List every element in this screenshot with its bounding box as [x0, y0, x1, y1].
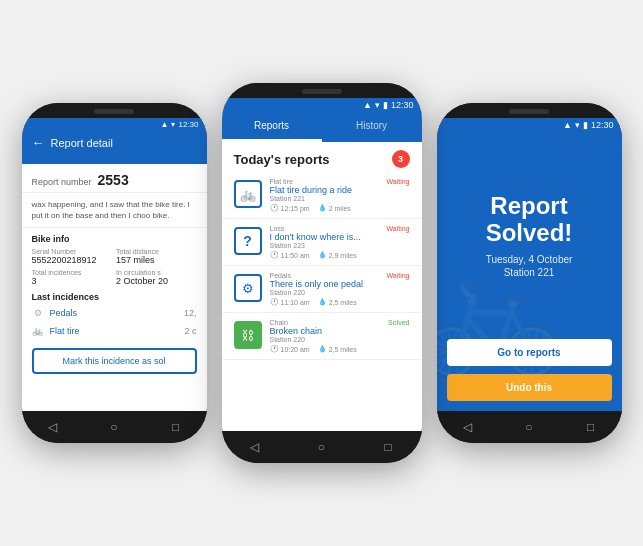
center-status-bar: ▲ ▾ ▮ 12:30	[222, 98, 422, 112]
report-detail-screen: ▲ ▾ 12:30 ← Report detail Report number …	[22, 118, 207, 411]
left-phone-top	[22, 103, 207, 118]
left-nav-home[interactable]: ○	[104, 417, 124, 437]
right-status-bar: ▲ ▾ ▮ 12:30	[437, 118, 622, 132]
flat-tire-time: 🕐12:15 pm	[270, 204, 310, 212]
chain-name: Broken chain	[270, 326, 323, 336]
left-status-bar-inner: ▲ ▾ 12:30	[22, 118, 207, 131]
mark-incidence-button[interactable]: Mark this incidence as sol	[32, 348, 197, 374]
report-item-pedals[interactable]: ⚙ Pedals There is only one pedal Station…	[222, 266, 422, 313]
clock-icon-3: 🕐	[270, 298, 279, 306]
incidence-row-flat: 🚲 Flat tire 2 c	[22, 322, 207, 340]
left-time: 12:30	[178, 120, 198, 129]
incidences-label: Total incidences	[32, 269, 113, 276]
right-nav-back[interactable]: ◁	[457, 417, 477, 437]
flat-tire-status: Waiting	[386, 178, 409, 185]
chain-icon: ⛓	[234, 321, 262, 349]
loss-icon: ?	[234, 227, 262, 255]
back-arrow-icon[interactable]: ←	[32, 135, 45, 150]
left-speaker	[94, 109, 134, 114]
flat-tire-name: Flat tire during a ride	[270, 185, 353, 195]
phone-left: ▲ ▾ 12:30 ← Report detail Report number …	[22, 103, 207, 443]
pedals-num: 12,	[184, 308, 197, 318]
pedals-meta: 🕐11:10 am 💧2,5 miles	[270, 298, 410, 306]
distance-icon-3: 💧	[318, 298, 327, 306]
distance-icon-1: 💧	[318, 204, 327, 212]
distance-icon-2: 💧	[318, 251, 327, 259]
report-detail-title: Report detail	[51, 137, 113, 149]
left-phone-bottom: ◁ ○ □	[22, 411, 207, 443]
center-phone-top	[222, 83, 422, 98]
today-reports-title: Today's reports	[234, 152, 330, 167]
loss-content: Loss I don't know where is... Station 22…	[270, 225, 410, 259]
chain-status: Solved	[388, 319, 409, 326]
center-time: 12:30	[391, 100, 414, 110]
reports-badge: 3	[392, 150, 410, 168]
left-wifi: ▾	[171, 120, 175, 129]
center-nav-recent[interactable]: □	[378, 437, 398, 457]
center-phone-bottom: ◁ ○ □	[222, 431, 422, 463]
solved-content: ReportSolved! Tuesday, 4 October Station…	[470, 132, 589, 339]
pedals-time: 🕐11:10 am	[270, 298, 310, 306]
solved-station: Station 221	[504, 267, 555, 278]
reports-screen: ▲ ▾ ▮ 12:30 Reports History Today's repo…	[222, 98, 422, 431]
center-signal: ▲	[363, 100, 372, 110]
pedals-icon-center: ⚙	[234, 274, 262, 302]
loss-station: Station 223	[270, 242, 361, 249]
pedals-status: Waiting	[386, 272, 409, 279]
right-phone-screen: ▲ ▾ ▮ 12:30 🚲 ReportSolved! Tuesday, 4 O…	[437, 118, 622, 411]
distance-icon-4: 💧	[318, 345, 327, 353]
center-nav-back[interactable]: ◁	[245, 437, 265, 457]
center-tabs: Reports History	[222, 112, 422, 142]
incidences-value: 3	[32, 276, 113, 286]
undo-button[interactable]: Undo this	[447, 374, 612, 401]
right-nav-home[interactable]: ○	[519, 417, 539, 437]
loss-status: Waiting	[386, 225, 409, 232]
pedals-distance: 💧2,5 miles	[318, 298, 357, 306]
right-wifi: ▾	[575, 120, 580, 130]
right-phone-top	[437, 103, 622, 118]
flat-tire-station: Station 221	[270, 195, 353, 202]
bike-info-title: Bike info	[22, 228, 207, 246]
chain-station: Station 220	[270, 336, 323, 343]
today-reports-header: Today's reports 3	[222, 142, 422, 172]
go-to-reports-button[interactable]: Go to reports	[447, 339, 612, 366]
total-distance-item: Total distance 157 miles	[116, 248, 197, 265]
loss-name: I don't know where is...	[270, 232, 361, 242]
report-number-row: Report number 2553	[22, 164, 207, 193]
pedals-label: Pedals	[50, 308, 178, 318]
serial-label: Serial Number	[32, 248, 113, 255]
solved-screen: ▲ ▾ ▮ 12:30 🚲 ReportSolved! Tuesday, 4 O…	[437, 118, 622, 411]
report-item-flat-tire[interactable]: 🚲 Flat tire Flat tire during a ride Stat…	[222, 172, 422, 219]
left-status-bar: ▲ ▾ 12:30 ← Report detail	[22, 118, 207, 164]
left-nav-recent[interactable]: □	[166, 417, 186, 437]
last-incidences-title: Last incidences	[22, 288, 207, 304]
chain-distance: 💧2,5 miles	[318, 345, 357, 353]
tab-history[interactable]: History	[322, 112, 422, 142]
center-nav-home[interactable]: ○	[311, 437, 331, 457]
phone-right: ▲ ▾ ▮ 12:30 🚲 ReportSolved! Tuesday, 4 O…	[437, 103, 622, 443]
clock-icon-1: 🕐	[270, 204, 279, 212]
flat-tire-content: Flat tire Flat tire during a ride Statio…	[270, 178, 410, 212]
phones-container: ▲ ▾ 12:30 ← Report detail Report number …	[12, 13, 632, 533]
bike-info-grid: Serial Number 5552200218912 Total distan…	[22, 246, 207, 288]
chain-time: 🕐10:20 am	[270, 345, 310, 353]
right-nav-recent[interactable]: □	[581, 417, 601, 437]
center-phone-screen: ▲ ▾ ▮ 12:30 Reports History Today's repo…	[222, 98, 422, 431]
flat-tire-meta: 🕐12:15 pm 💧2 miles	[270, 204, 410, 212]
report-number-label: Report number	[32, 177, 92, 187]
chain-content: Chain Broken chain Station 220 Solved 🕐1…	[270, 319, 410, 353]
left-nav-back[interactable]: ◁	[42, 417, 62, 437]
left-phone-screen: ▲ ▾ 12:30 ← Report detail Report number …	[22, 118, 207, 411]
tab-reports[interactable]: Reports	[222, 112, 322, 142]
right-time: 12:30	[591, 120, 614, 130]
clock-icon-2: 🕐	[270, 251, 279, 259]
report-item-chain[interactable]: ⛓ Chain Broken chain Station 220 Solved	[222, 313, 422, 360]
flat-tire-num: 2 c	[184, 326, 196, 336]
clock-icon-4: 🕐	[270, 345, 279, 353]
report-item-loss[interactable]: ? Loss I don't know where is... Station …	[222, 219, 422, 266]
flat-tire-category: Flat tire	[270, 178, 353, 185]
loss-meta: 🕐11:50 am 💧2,9 miles	[270, 251, 410, 259]
solved-title: ReportSolved!	[486, 193, 573, 246]
left-signal: ▲	[161, 120, 169, 129]
flat-tire-distance: 💧2 miles	[318, 204, 351, 212]
